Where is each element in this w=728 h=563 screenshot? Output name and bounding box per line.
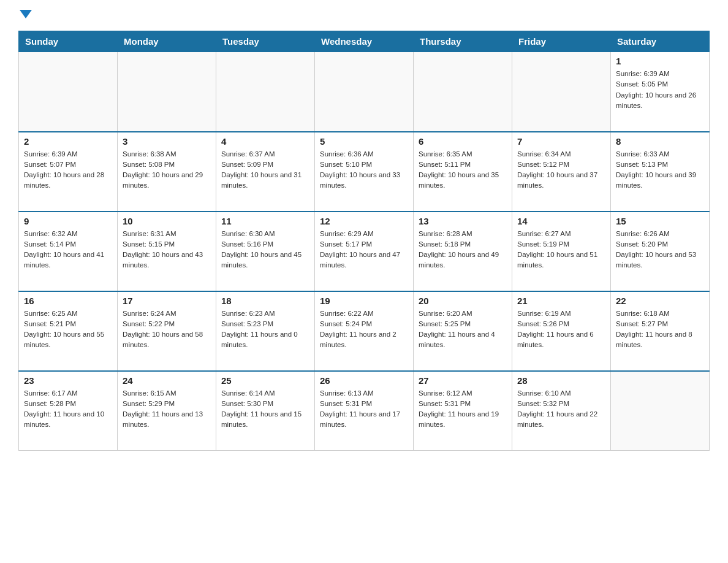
day-info: Sunrise: 6:17 AMSunset: 5:28 PMDaylight:… [24,388,112,431]
day-info: Sunrise: 6:24 AMSunset: 5:22 PMDaylight:… [123,308,211,351]
day-info: Sunrise: 6:39 AMSunset: 5:05 PMDaylight:… [616,69,704,111]
day-info: Sunrise: 6:28 AMSunset: 5:18 PMDaylight:… [419,229,507,271]
day-number: 22 [616,296,704,306]
column-header-sunday: Sunday [19,31,118,52]
calendar-cell: 11Sunrise: 6:30 AMSunset: 5:16 PMDayligh… [216,212,315,291]
calendar-cell [216,52,315,132]
calendar-cell: 22Sunrise: 6:18 AMSunset: 5:27 PMDayligh… [611,291,710,371]
day-number: 10 [123,216,211,226]
column-header-monday: Monday [118,31,216,52]
day-number: 17 [123,296,211,306]
calendar-cell: 17Sunrise: 6:24 AMSunset: 5:22 PMDayligh… [118,291,216,371]
day-number: 25 [221,375,309,386]
calendar-cell: 25Sunrise: 6:14 AMSunset: 5:30 PMDayligh… [216,371,315,451]
day-info: Sunrise: 6:37 AMSunset: 5:09 PMDaylight:… [221,149,309,191]
calendar-cell: 28Sunrise: 6:10 AMSunset: 5:32 PMDayligh… [512,371,611,451]
day-number: 6 [419,136,507,147]
column-header-friday: Friday [512,31,611,52]
day-number: 16 [24,296,112,306]
day-number: 12 [320,216,408,226]
calendar-header-row: SundayMondayTuesdayWednesdayThursdayFrid… [19,31,710,52]
calendar-table: SundayMondayTuesdayWednesdayThursdayFrid… [18,31,710,451]
calendar-week-2: 2Sunrise: 6:39 AMSunset: 5:07 PMDaylight… [19,132,710,212]
day-number: 3 [123,136,211,147]
calendar-cell [512,52,611,132]
calendar-cell: 10Sunrise: 6:31 AMSunset: 5:15 PMDayligh… [118,212,216,291]
calendar-cell: 8Sunrise: 6:33 AMSunset: 5:13 PMDaylight… [611,132,710,212]
calendar-cell: 4Sunrise: 6:37 AMSunset: 5:09 PMDaylight… [216,132,315,212]
calendar-week-4: 16Sunrise: 6:25 AMSunset: 5:21 PMDayligh… [19,291,710,371]
day-number: 27 [419,375,507,386]
day-info: Sunrise: 6:13 AMSunset: 5:31 PMDaylight:… [320,388,408,431]
day-number: 20 [419,296,507,306]
day-info: Sunrise: 6:29 AMSunset: 5:17 PMDaylight:… [320,229,408,271]
day-info: Sunrise: 6:39 AMSunset: 5:07 PMDaylight:… [24,149,112,191]
page-header [18,12,710,18]
calendar-cell: 18Sunrise: 6:23 AMSunset: 5:23 PMDayligh… [216,291,315,371]
calendar-cell: 7Sunrise: 6:34 AMSunset: 5:12 PMDaylight… [512,132,611,212]
day-info: Sunrise: 6:22 AMSunset: 5:24 PMDaylight:… [320,308,408,351]
day-info: Sunrise: 6:25 AMSunset: 5:21 PMDaylight:… [24,308,112,351]
day-info: Sunrise: 6:31 AMSunset: 5:15 PMDaylight:… [123,229,211,271]
day-number: 5 [320,136,408,147]
day-info: Sunrise: 6:19 AMSunset: 5:26 PMDaylight:… [517,308,605,351]
day-number: 15 [616,216,704,226]
calendar-cell: 21Sunrise: 6:19 AMSunset: 5:26 PMDayligh… [512,291,611,371]
day-number: 13 [419,216,507,226]
calendar-week-1: 1Sunrise: 6:39 AMSunset: 5:05 PMDaylight… [19,52,710,132]
day-info: Sunrise: 6:27 AMSunset: 5:19 PMDaylight:… [517,229,605,271]
logo [18,12,32,18]
day-info: Sunrise: 6:30 AMSunset: 5:16 PMDaylight:… [221,229,309,271]
day-number: 7 [517,136,605,147]
day-number: 11 [221,216,309,226]
day-number: 19 [320,296,408,306]
calendar-cell [611,371,710,451]
day-number: 26 [320,375,408,386]
calendar-cell: 1Sunrise: 6:39 AMSunset: 5:05 PMDaylight… [611,52,710,132]
calendar-cell [414,52,512,132]
day-info: Sunrise: 6:14 AMSunset: 5:30 PMDaylight:… [221,388,309,431]
day-info: Sunrise: 6:20 AMSunset: 5:25 PMDaylight:… [419,308,507,351]
calendar-cell: 19Sunrise: 6:22 AMSunset: 5:24 PMDayligh… [315,291,414,371]
calendar-cell: 23Sunrise: 6:17 AMSunset: 5:28 PMDayligh… [19,371,118,451]
calendar-cell: 15Sunrise: 6:26 AMSunset: 5:20 PMDayligh… [611,212,710,291]
day-info: Sunrise: 6:12 AMSunset: 5:31 PMDaylight:… [419,388,507,431]
calendar-cell: 16Sunrise: 6:25 AMSunset: 5:21 PMDayligh… [19,291,118,371]
calendar-week-5: 23Sunrise: 6:17 AMSunset: 5:28 PMDayligh… [19,371,710,451]
day-number: 1 [616,56,704,66]
day-info: Sunrise: 6:18 AMSunset: 5:27 PMDaylight:… [616,308,704,351]
calendar-cell: 13Sunrise: 6:28 AMSunset: 5:18 PMDayligh… [414,212,512,291]
column-header-thursday: Thursday [414,31,512,52]
day-number: 8 [616,136,704,147]
day-number: 18 [221,296,309,306]
day-info: Sunrise: 6:34 AMSunset: 5:12 PMDaylight:… [517,149,605,191]
logo-triangle-icon [20,10,32,18]
column-header-saturday: Saturday [611,31,710,52]
calendar-cell: 3Sunrise: 6:38 AMSunset: 5:08 PMDaylight… [118,132,216,212]
column-header-wednesday: Wednesday [315,31,414,52]
calendar-cell [315,52,414,132]
day-info: Sunrise: 6:38 AMSunset: 5:08 PMDaylight:… [123,149,211,191]
calendar-cell [118,52,216,132]
calendar-cell: 9Sunrise: 6:32 AMSunset: 5:14 PMDaylight… [19,212,118,291]
calendar-cell: 14Sunrise: 6:27 AMSunset: 5:19 PMDayligh… [512,212,611,291]
calendar-cell: 6Sunrise: 6:35 AMSunset: 5:11 PMDaylight… [414,132,512,212]
day-number: 23 [24,375,112,386]
day-info: Sunrise: 6:10 AMSunset: 5:32 PMDaylight:… [517,388,605,431]
day-info: Sunrise: 6:33 AMSunset: 5:13 PMDaylight:… [616,149,704,191]
day-number: 9 [24,216,112,226]
day-number: 4 [221,136,309,147]
day-info: Sunrise: 6:15 AMSunset: 5:29 PMDaylight:… [123,388,211,431]
day-number: 21 [517,296,605,306]
day-number: 24 [123,375,211,386]
day-number: 2 [24,136,112,147]
day-info: Sunrise: 6:23 AMSunset: 5:23 PMDaylight:… [221,308,309,351]
calendar-cell: 2Sunrise: 6:39 AMSunset: 5:07 PMDaylight… [19,132,118,212]
calendar-cell: 27Sunrise: 6:12 AMSunset: 5:31 PMDayligh… [414,371,512,451]
column-header-tuesday: Tuesday [216,31,315,52]
calendar-cell: 5Sunrise: 6:36 AMSunset: 5:10 PMDaylight… [315,132,414,212]
calendar-cell [19,52,118,132]
day-info: Sunrise: 6:35 AMSunset: 5:11 PMDaylight:… [419,149,507,191]
calendar-cell: 12Sunrise: 6:29 AMSunset: 5:17 PMDayligh… [315,212,414,291]
day-number: 28 [517,375,605,386]
